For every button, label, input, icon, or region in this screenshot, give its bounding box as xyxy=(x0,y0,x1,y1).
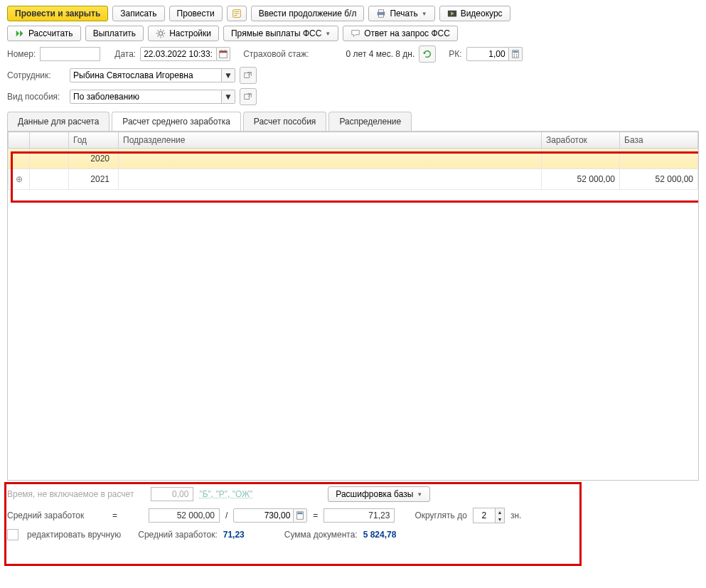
tab-avg-earnings[interactable]: Расчет среднего заработка xyxy=(112,112,241,132)
codes-link[interactable]: "Б", "Р", "ОЖ" xyxy=(199,489,252,499)
svg-rect-25 xyxy=(298,513,303,515)
save-button[interactable]: Записать xyxy=(112,6,164,21)
doc-sum-label: Сумма документа: xyxy=(284,530,358,540)
svg-rect-22 xyxy=(245,95,250,100)
avg-earn2-value: 71,23 xyxy=(223,530,245,540)
kind-dropdown-button[interactable]: ▼ xyxy=(222,90,235,104)
days-field[interactable] xyxy=(233,508,294,523)
svg-point-8 xyxy=(159,31,163,35)
avg-result: 71,23 xyxy=(323,508,395,523)
employee-label: Сотрудник: xyxy=(7,70,65,80)
svg-marker-7 xyxy=(20,31,23,37)
svg-rect-3 xyxy=(379,15,384,18)
svg-point-18 xyxy=(513,56,515,58)
employee-field[interactable] xyxy=(70,68,222,82)
tab-distribution[interactable]: Распределение xyxy=(328,112,412,132)
tab-benefit-calc[interactable]: Расчет пособия xyxy=(243,112,327,132)
post-and-close-button[interactable]: Провести и закрыть xyxy=(7,6,108,21)
exclude-time-row: Время, не включаемое в расчет 0,00 "Б", … xyxy=(7,486,699,502)
grid-row[interactable]: ⊕ 2021 52 000,00 52 000,00 xyxy=(9,169,698,190)
refresh-period-button[interactable] xyxy=(419,46,436,63)
days-calc-button[interactable] xyxy=(294,508,307,523)
grid-row[interactable]: 2020 xyxy=(9,149,698,169)
post-button[interactable]: Провести xyxy=(169,6,223,21)
fss-answer-button[interactable]: Ответ на запрос ФСС xyxy=(343,26,458,41)
expand-icon[interactable]: ⊕ xyxy=(16,174,23,184)
kind-label: Вид пособия: xyxy=(7,92,65,102)
rk-label: РК: xyxy=(449,49,461,59)
round-down[interactable]: ▼ xyxy=(496,515,504,523)
number-field[interactable] xyxy=(40,47,100,61)
round-value[interactable] xyxy=(474,508,495,523)
gear-icon xyxy=(156,28,166,38)
col-earn: Заработок xyxy=(542,132,620,149)
bottom-summary-row: редактировать вручную Средний заработок:… xyxy=(7,529,699,540)
print-button[interactable]: Печать ▼ xyxy=(368,6,434,21)
number-label: Номер: xyxy=(7,49,36,59)
rk-calc-icon-button[interactable] xyxy=(509,47,523,61)
decode-base-button[interactable]: Расшифровка базы▼ xyxy=(328,486,430,502)
kind-field[interactable] xyxy=(70,90,222,104)
continuation-button[interactable]: Ввести продолжение б/л xyxy=(251,6,365,21)
external-icon xyxy=(243,70,253,80)
header-row-kind: Вид пособия: ▼ xyxy=(7,88,699,105)
calculate-button[interactable]: Рассчитать xyxy=(7,26,81,41)
external-icon xyxy=(243,92,253,102)
insurance-period-value: 0 лет 4 мес. 8 дн. xyxy=(346,49,415,59)
video-button[interactable]: Видеокурс xyxy=(439,6,510,21)
date-field[interactable] xyxy=(140,47,217,61)
tab-calc-data[interactable]: Данные для расчета xyxy=(7,112,109,132)
date-label: Дата: xyxy=(114,49,136,59)
employee-field-group[interactable]: ▼ xyxy=(70,68,235,82)
avg-earn-row: Средний заработок = 52 000,00 / = 71,23 … xyxy=(7,508,699,523)
date-field-group[interactable] xyxy=(140,47,230,61)
grid-header-row: Год Подразделение Заработок База xyxy=(9,132,698,149)
caret-down-icon: ▼ xyxy=(417,491,422,498)
equals-1: = xyxy=(112,511,117,520)
caret-down-icon: ▼ xyxy=(422,11,427,17)
kind-open-button[interactable] xyxy=(240,88,257,105)
footer-area: Время, не включаемое в расчет 0,00 "Б", … xyxy=(7,486,699,540)
kind-field-group[interactable]: ▼ xyxy=(70,90,235,104)
caret-down-icon: ▼ xyxy=(224,92,232,102)
avg-earnings-grid[interactable]: Год Подразделение Заработок База 2020 ⊕ … xyxy=(7,131,699,481)
calculator-icon xyxy=(295,511,305,520)
settings-button[interactable]: Настройки xyxy=(148,26,219,41)
days-field-group[interactable] xyxy=(233,508,307,523)
attach-button[interactable] xyxy=(227,6,247,21)
exclude-time-label: Время, не включаемое в расчет xyxy=(7,489,134,499)
svg-marker-6 xyxy=(16,31,19,37)
equals-2: = xyxy=(313,511,318,520)
tabs: Данные для расчета Расчет среднего зараб… xyxy=(7,111,699,132)
header-row-employee: Сотрудник: ▼ xyxy=(7,67,699,84)
col-base: База xyxy=(620,132,698,149)
round-stepper[interactable]: ▲ ▼ xyxy=(473,508,505,523)
divider: / xyxy=(225,511,228,520)
avg-earn-sum: 52 000,00 xyxy=(149,508,220,523)
printer-icon xyxy=(376,9,386,18)
caret-down-icon: ▼ xyxy=(325,31,331,37)
svg-rect-15 xyxy=(513,51,518,53)
employee-dropdown-button[interactable]: ▼ xyxy=(222,68,235,82)
pay-button[interactable]: Выплатить xyxy=(85,26,144,41)
manual-edit-checkbox[interactable] xyxy=(7,529,18,540)
rk-field-group[interactable] xyxy=(466,47,523,61)
round-up[interactable]: ▲ xyxy=(496,508,504,515)
rk-field[interactable] xyxy=(466,47,509,61)
avg-earn2-label: Средний заработок: xyxy=(138,530,218,540)
toolbar-row-2: Рассчитать Выплатить Настройки Прямые вы… xyxy=(7,26,699,41)
employee-open-button[interactable] xyxy=(240,67,257,84)
calendar-icon-button[interactable] xyxy=(217,47,230,61)
play-forward-icon xyxy=(15,28,25,38)
svg-point-17 xyxy=(515,54,517,55)
speech-icon xyxy=(351,28,360,38)
note-icon xyxy=(232,9,242,18)
manual-edit-label: редактировать вручную xyxy=(27,530,121,540)
doc-sum-value: 5 824,78 xyxy=(363,530,397,540)
svg-rect-2 xyxy=(379,10,384,13)
header-row-1: Номер: Дата: Страховой стаж: 0 лет 4 мес… xyxy=(7,46,699,63)
video-icon xyxy=(447,9,457,18)
fss-direct-button[interactable]: Прямые выплаты ФСС▼ xyxy=(223,26,338,41)
col-year: Год xyxy=(69,132,119,149)
round-unit: зн. xyxy=(510,511,521,520)
